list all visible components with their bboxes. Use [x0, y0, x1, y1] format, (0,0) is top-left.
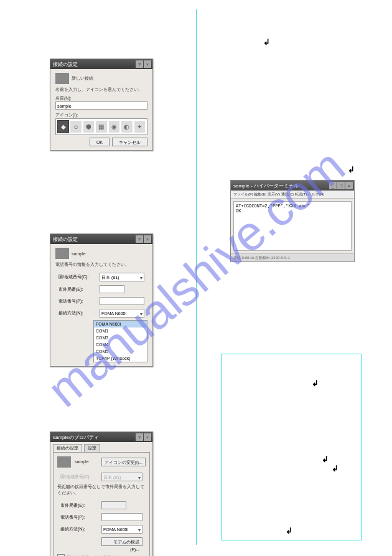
hyperterminal-window: sample - ハイパーターミナル _ □ × ファイル(F) 編集(E) 表…	[230, 180, 355, 262]
list-item[interactable]: FOMA N600i	[94, 321, 147, 327]
country-select[interactable]: 日本 (81)	[100, 273, 144, 281]
icon-selector[interactable]: ◆ ☺ ⬢ ▦ ◉ ◐ ✦	[55, 118, 147, 135]
country-label: 国/地域番号(C):	[57, 271, 96, 283]
highlight-box	[221, 354, 362, 540]
enter-icon: ↲	[263, 37, 270, 47]
titlebar[interactable]: sample - ハイパーターミナル _ □ ×	[231, 181, 354, 191]
name-label: 名前(N):	[55, 95, 147, 101]
instruction-text: 電話番号の情報を入力してください。	[55, 262, 147, 268]
tab-connection[interactable]: 接続の設定	[53, 444, 82, 452]
phone-label: 電話番号(P):	[58, 512, 98, 522]
area-input	[101, 501, 126, 509]
name-input[interactable]: sample	[55, 101, 147, 110]
menubar[interactable]: ファイル(F) 編集(E) 表示(V) 通話(C) 転送(T) ヘルプ(H)	[231, 191, 354, 199]
connect-select[interactable]: FOMA N600i	[100, 309, 144, 318]
connection-icon	[57, 456, 71, 468]
instruction-text: 長距離の接頭番号なしで市外局番を入力してください。	[57, 484, 146, 496]
connection-settings-dialog: 接続の設定 ? × 新しい接続 名前を入力し、アイコンを選んでください。 名前(…	[50, 59, 153, 151]
connect-label: 接続方法(N):	[57, 308, 96, 319]
list-item[interactable]: COM1	[94, 327, 147, 334]
icon-label: アイコン(I):	[55, 112, 147, 118]
help-button[interactable]: ?	[136, 235, 143, 243]
terminal-line: AT+CGDCONT=2,"PPP","XXX.abc"	[236, 204, 349, 209]
close-button[interactable]: ×	[144, 235, 151, 243]
icon-option[interactable]: ◐	[121, 121, 132, 133]
icon-option[interactable]: ⬢	[83, 121, 94, 133]
help-button[interactable]: ?	[136, 60, 143, 68]
dialog-title: 接続の設定	[53, 236, 78, 243]
dialog-title: 接続の設定	[53, 61, 78, 68]
connection-icon	[55, 73, 69, 84]
area-input[interactable]	[100, 285, 124, 293]
cancel-button[interactable]: キャンセル	[112, 138, 147, 146]
connect-options-list[interactable]: FOMA N600i COM1 COM3 COM4 COM5 TCP/IP (W…	[93, 320, 147, 362]
min-button[interactable]: _	[329, 182, 337, 189]
titlebar[interactable]: 接続の設定 ? ×	[50, 59, 152, 69]
dialog-title: sampleのプロパティ	[53, 434, 99, 441]
icon-option[interactable]: ☺	[70, 121, 81, 133]
titlebar[interactable]: 接続の設定 ? ×	[50, 234, 152, 244]
close-button[interactable]: ×	[144, 60, 151, 68]
icon-option[interactable]: ✦	[134, 121, 145, 133]
icon-option[interactable]: ◉	[109, 121, 119, 133]
dialog-subtitle: sample	[75, 459, 89, 464]
column-divider	[196, 9, 197, 545]
ok-button[interactable]: OK	[90, 138, 110, 146]
phone-input[interactable]	[100, 297, 144, 305]
enter-icon: ↲	[348, 165, 355, 174]
connect-label: 接続方法(N):	[58, 524, 98, 535]
close-button[interactable]: ×	[144, 433, 151, 441]
tab-settings[interactable]: 設定	[84, 444, 100, 452]
terminal-line: OK	[236, 209, 349, 214]
help-button[interactable]: ?	[136, 433, 143, 441]
connect-select[interactable]: FOMA N600i	[101, 525, 142, 534]
icon-option[interactable]: ◆	[58, 121, 68, 133]
area-label: 市外局番(E):	[58, 500, 98, 511]
list-item[interactable]: COM3	[94, 334, 147, 341]
instruction-text: 名前を入力し、アイコンを選んでください。	[55, 87, 147, 93]
modem-config-button[interactable]: モデムの構成(F)...	[101, 537, 142, 546]
close-button[interactable]: ×	[345, 182, 353, 189]
dialog-subtitle: sample	[72, 252, 86, 256]
list-item[interactable]: TCP/IP (Winsock)	[94, 355, 147, 362]
icon-option[interactable]: ▦	[96, 121, 106, 133]
phone-settings-dialog: 接続の設定 ? × sample 電話番号の情報を入力してください。 国/地域番…	[50, 233, 153, 367]
phone-input[interactable]	[101, 513, 142, 521]
area-label: 市外局番(E):	[57, 284, 96, 294]
list-item[interactable]: COM4	[94, 341, 147, 348]
country-select: 日本 (81)	[101, 473, 142, 481]
country-label: 国/地域番号(C):	[58, 471, 98, 483]
titlebar[interactable]: sampleのプロパティ ? ×	[50, 432, 152, 442]
connection-icon	[55, 248, 69, 259]
statusbar: 接続 0:00:16 自動検出 2400 8-N-1	[231, 253, 354, 262]
max-button[interactable]: □	[337, 182, 345, 189]
phone-label: 電話番号(P):	[57, 296, 96, 306]
window-title: sample - ハイパーターミナル	[233, 182, 299, 189]
dialog-subtitle: 新しい接続	[72, 75, 93, 82]
terminal-content[interactable]: AT+CGDCONT=2,"PPP","XXX.abc" OK	[233, 201, 352, 251]
properties-dialog: sampleのプロパティ ? × 接続の設定 設定 sample アイコンの変更…	[50, 431, 153, 556]
change-icon-button[interactable]: アイコンの変更(I)...	[101, 458, 146, 466]
list-item[interactable]: COM5	[94, 348, 147, 355]
